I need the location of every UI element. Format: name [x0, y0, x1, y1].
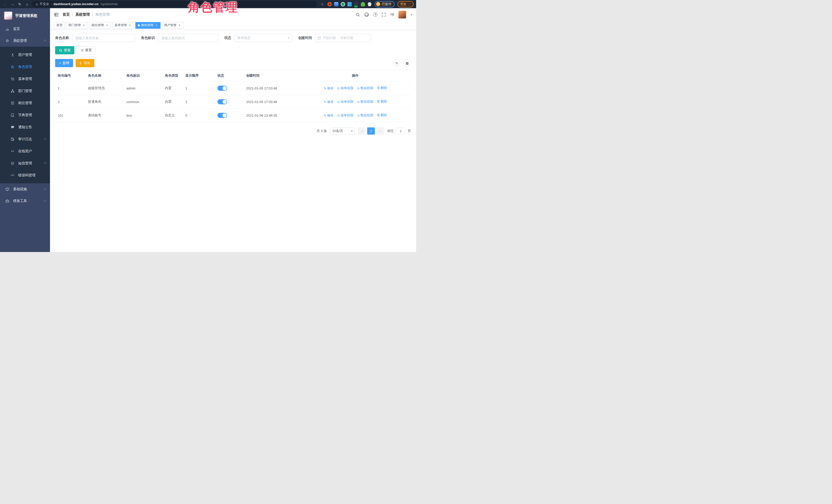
- browser-home-icon[interactable]: ⌂: [25, 2, 29, 6]
- extension-icon-2[interactable]: [334, 2, 338, 6]
- extension-icon-1[interactable]: [328, 2, 332, 6]
- edit-link[interactable]: ✎修改: [323, 86, 333, 90]
- delete-link[interactable]: 删除: [377, 113, 387, 117]
- screen: ← → ↻ ⌂ ⚠ 不安全 dashboard.yudao.iocoder.cn…: [0, 0, 416, 252]
- browser-reload-icon[interactable]: ↻: [18, 2, 22, 6]
- tag-label: 菜单管理: [114, 23, 127, 27]
- status-toggle-on[interactable]: [217, 86, 227, 91]
- chevron-down-icon: [44, 199, 46, 202]
- sidebar-item-sms[interactable]: 短信管理: [0, 157, 50, 169]
- prev-page-button[interactable]: ‹: [358, 127, 366, 135]
- filter-status: 状态 角色状态 ▾: [224, 34, 292, 42]
- menu-permission-link[interactable]: ⊙菜单权限: [337, 113, 353, 118]
- page-1-button[interactable]: 1: [367, 127, 375, 135]
- tag-close-icon[interactable]: ×: [178, 24, 181, 27]
- data-permission-icon: ⊙: [357, 86, 360, 90]
- user-avatar[interactable]: [398, 11, 406, 19]
- delete-link[interactable]: 删除: [377, 100, 387, 104]
- tag-close-icon[interactable]: ×: [82, 24, 86, 27]
- bookmark-star-icon[interactable]: ☆: [320, 2, 324, 6]
- table-tool-buttons: ↻ ▦: [393, 59, 411, 67]
- menu-permission-link[interactable]: ⊙菜单权限: [337, 100, 353, 104]
- data-permission-link[interactable]: ⊙数据权限: [357, 113, 373, 118]
- create-time-label: 创建时间: [298, 36, 312, 40]
- sidebar-item-infrastructure[interactable]: 基础设施: [0, 183, 50, 195]
- avatar-caret-down-icon[interactable]: ▾: [411, 13, 412, 17]
- tag-menu[interactable]: 菜单管理×: [112, 22, 134, 29]
- menu-permission-link[interactable]: ⊙菜单权限: [337, 86, 353, 90]
- data-permission-link[interactable]: ⊙数据权限: [357, 86, 373, 90]
- help-icon[interactable]: ?: [373, 12, 378, 17]
- sidebar-item-notice[interactable]: 通知公告: [0, 121, 50, 133]
- search-button[interactable]: 搜索: [55, 46, 74, 54]
- tag-dept[interactable]: 部门管理×: [66, 22, 88, 29]
- paused-label: 已暂停: [382, 2, 391, 6]
- role-key-input[interactable]: [158, 34, 218, 42]
- tag-role-active[interactable]: 角色管理×: [135, 22, 160, 29]
- chrome-update-button[interactable]: 更新 ⋮: [397, 1, 414, 7]
- role-name-input[interactable]: [72, 34, 135, 42]
- tag-close-icon[interactable]: ×: [155, 24, 158, 27]
- edit-link[interactable]: ✎修改: [323, 100, 333, 104]
- extension-icon-3[interactable]: [341, 2, 345, 6]
- github-icon[interactable]: [364, 12, 369, 17]
- sidebar-item-dict[interactable]: 字典管理: [0, 109, 50, 121]
- date-range-picker[interactable]: 开始日期 - 结束日期: [315, 34, 371, 42]
- app-logo-row[interactable]: 芋道管理系统: [0, 8, 50, 23]
- sidebar-item-audit-log[interactable]: 审计日志: [0, 133, 50, 145]
- edit-link[interactable]: ✎修改: [323, 113, 333, 118]
- tag-user[interactable]: 用户管理×: [162, 22, 184, 29]
- sidebar-item-posts[interactable]: 岗位管理: [0, 97, 50, 109]
- sidebar-item-menus[interactable]: 菜单管理: [0, 73, 50, 85]
- breadcrumb-home[interactable]: 首页: [62, 12, 70, 17]
- page-size-select[interactable]: 10条/页 ▾: [330, 127, 355, 135]
- sidebar-item-online-users[interactable]: 在线用户: [0, 145, 50, 157]
- sidebar-item-roles[interactable]: 角色管理: [0, 61, 50, 73]
- next-page-button[interactable]: ›: [376, 127, 384, 135]
- add-button[interactable]: + 新增: [55, 59, 73, 67]
- export-button[interactable]: ↧ 导出: [76, 59, 94, 67]
- security-warning[interactable]: ⚠ 不安全: [35, 2, 49, 6]
- circle-check-icon: [10, 161, 15, 165]
- refresh-button[interactable]: ↻: [393, 59, 401, 67]
- more-menu-icon[interactable]: ⋮: [408, 2, 411, 6]
- cell-created: 2021-01-05 17:03:48: [243, 95, 300, 109]
- browser-forward-icon[interactable]: →: [10, 2, 15, 6]
- start-date-placeholder[interactable]: 开始日期: [323, 36, 336, 40]
- reset-button[interactable]: ↺ 重置: [77, 46, 96, 54]
- tag-close-icon[interactable]: ×: [128, 24, 132, 27]
- breadcrumb-system[interactable]: 系统管理: [75, 12, 90, 17]
- cell-role-id: 1: [55, 81, 85, 95]
- sidebar-item-users[interactable]: 用户管理: [0, 49, 50, 61]
- tag-close-icon[interactable]: ×: [105, 24, 109, 27]
- data-permission-link[interactable]: ⊙数据权限: [357, 100, 373, 104]
- sidebar-item-dev-tools[interactable]: 研发工具: [0, 195, 50, 207]
- status-toggle-on[interactable]: [217, 99, 227, 104]
- tag-post[interactable]: 岗位管理×: [89, 22, 111, 29]
- extension-icon-4[interactable]: [347, 2, 352, 6]
- cell-operations: ✎修改⊙菜单权限⊙数据权限删除: [300, 81, 411, 95]
- sidebar-item-error-codes[interactable]: </> 错误码管理: [0, 169, 50, 181]
- goto-page-input[interactable]: [396, 127, 406, 135]
- browser-back-icon[interactable]: ←: [3, 2, 7, 6]
- status-select[interactable]: 角色状态 ▾: [234, 34, 292, 42]
- address-bar[interactable]: ⚠ 不安全 dashboard.yudao.iocoder.cn /system…: [32, 1, 317, 7]
- fullscreen-icon[interactable]: [382, 12, 386, 17]
- sidebar-item-home[interactable]: 首页: [0, 23, 50, 35]
- hamburger-icon[interactable]: [54, 12, 59, 17]
- column-settings-button[interactable]: ▦: [403, 59, 411, 67]
- tag-home[interactable]: 首页: [54, 22, 65, 29]
- extension-icon-5[interactable]: [354, 2, 359, 6]
- cell-role-id: 101: [55, 109, 85, 122]
- end-date-placeholder[interactable]: 结束日期: [340, 36, 353, 40]
- sidebar-item-system[interactable]: ⚙ 系统管理: [0, 35, 50, 47]
- font-size-icon[interactable]: TT: [390, 12, 394, 17]
- delete-link[interactable]: 删除: [377, 86, 387, 90]
- search-icon[interactable]: [356, 12, 360, 17]
- select-caret-down-icon: ▾: [351, 130, 353, 133]
- extensions-puzzle-icon[interactable]: [367, 2, 372, 6]
- extension-icon-6[interactable]: [361, 2, 365, 6]
- sidebar-item-depts[interactable]: 部门管理: [0, 85, 50, 97]
- profile-paused-button[interactable]: 已暂停: [374, 1, 395, 7]
- status-toggle-on[interactable]: [217, 113, 227, 118]
